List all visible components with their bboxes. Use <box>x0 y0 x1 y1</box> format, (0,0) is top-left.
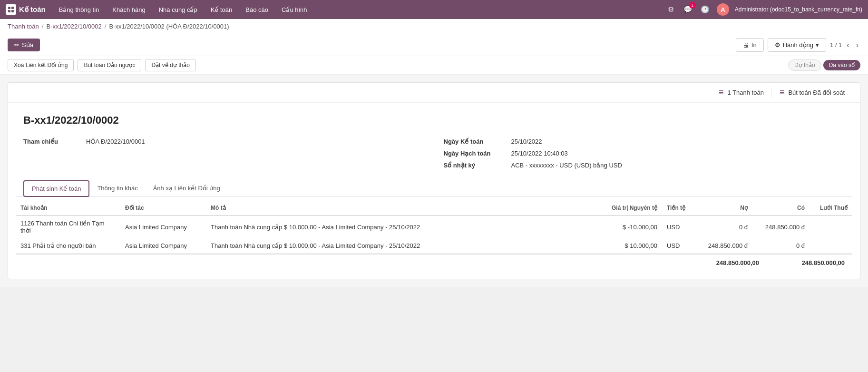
clock-icon[interactable]: 🕐 <box>700 4 711 15</box>
remove-link-button[interactable]: Xoá Liên kết Đối ứng <box>8 59 74 71</box>
main-menu: Bảng thông tin Khách hàng Nhà cung cấp K… <box>53 0 665 19</box>
tab-phat-sinh[interactable]: Phát sinh Kế toán <box>23 180 89 197</box>
cell-partner-1: Asia Limited Company <box>120 238 206 254</box>
main-card: ≡ 1 Thanh toán ≡ Bút toán Đã đối soát B-… <box>8 82 860 279</box>
app-logo-icon <box>6 4 16 15</box>
col-header-tax: Lưới Thuế <box>809 201 852 215</box>
summary-icon-2: ≡ <box>780 88 785 98</box>
table-section: Tài khoản Đối tác Mô tả Giá trị Nguyên t… <box>8 201 860 279</box>
pagination: 1 / 1 ‹ › <box>830 40 860 50</box>
user-label: Administrator (odoo15_to_bank_currency_r… <box>735 6 862 13</box>
form-grid: Tham chiếu HÓA Đ/2022/10/0001 Ngày Kế to… <box>23 138 845 169</box>
journal-label: Sổ nhật ký <box>444 162 506 169</box>
svg-rect-2 <box>8 10 10 12</box>
menu-item-reports[interactable]: Báo cáo <box>240 0 274 19</box>
cell-currency-1: USD <box>662 238 695 254</box>
total-credit-value: 248.850.000,00 <box>802 259 845 266</box>
ref-label: Tham chiếu <box>23 138 80 145</box>
reverse-entry-button[interactable]: Bút toán Đảo ngược <box>78 59 141 71</box>
form-title: B-xx1/2022/10/0002 <box>23 114 845 127</box>
breadcrumb-sep-1: / <box>42 23 44 30</box>
cell-currency-0: USD <box>662 215 695 238</box>
tab-anh-xa[interactable]: Ánh xạ Liên kết Đối ứng <box>146 180 228 196</box>
cell-debit-0: 0 đ <box>695 215 752 238</box>
breadcrumb-sep-2: / <box>105 23 107 30</box>
cell-desc-1: Thanh toán Nhà cung cấp $ 10.000,00 - As… <box>206 238 600 254</box>
col-header-desc: Mô tả <box>206 201 600 215</box>
form-ref-row: Tham chiếu HÓA Đ/2022/10/0001 <box>23 138 425 145</box>
action-label: Hành động <box>783 41 813 49</box>
menu-item-accounting[interactable]: Kế toán <box>205 0 238 19</box>
cell-desc-0: Thanh toán Nhà cung cấp $ 10.000,00 - As… <box>206 215 600 238</box>
total-debit: 248.850.000,00 <box>702 259 759 266</box>
date-value: 25/10/2022 <box>511 138 542 145</box>
action-button[interactable]: ⚙ Hành động ▾ <box>768 38 826 52</box>
print-label: In <box>751 41 757 49</box>
summary-payments[interactable]: ≡ 1 Thanh toán <box>711 88 772 98</box>
topnav-right: ⚙ 💬 1 🕐 A Administrator (odoo15_to_bank_… <box>665 3 862 16</box>
col-header-partner: Đối tác <box>120 201 206 215</box>
post-date-label: Ngày Hạch toán <box>444 150 506 157</box>
notification-icon[interactable]: 💬 1 <box>683 4 694 15</box>
menu-item-suppliers[interactable]: Nhà cung cấp <box>153 0 203 19</box>
form-journal-row: Sổ nhật ký ACB - xxxxxxxx - USD (USD) bằ… <box>444 162 845 169</box>
totals-row: 248.850.000,00 248.850.000,00 <box>16 254 852 271</box>
edit-icon: ✏ <box>14 41 20 49</box>
edit-button[interactable]: ✏ Sửa <box>8 39 40 51</box>
svg-rect-3 <box>11 10 14 12</box>
cell-amount-0: $ -10.000,00 <box>600 215 662 238</box>
col-header-currency: Tiền tệ <box>662 201 695 215</box>
app-logo[interactable]: Kế toán <box>6 4 46 15</box>
summary-payments-label: 1 Thanh toán <box>728 89 764 96</box>
breadcrumb-root[interactable]: Thanh toán <box>8 23 39 30</box>
form-section: B-xx1/2022/10/0002 Tham chiếu HÓA Đ/2022… <box>8 103 860 180</box>
form-right: Ngày Kế toán 25/10/2022 Ngày Hạch toán 2… <box>444 138 845 169</box>
cell-account-1: 331 Phải trả cho người bán <box>16 238 120 254</box>
gear-icon: ⚙ <box>775 41 780 49</box>
cell-debit-1: 248.850.000 đ <box>695 238 752 254</box>
menu-item-config[interactable]: Cấu hình <box>276 0 313 19</box>
pagination-next[interactable]: › <box>854 40 860 50</box>
cell-amount-1: $ 10.000,00 <box>600 238 662 254</box>
toolbar: ✏ Sửa 🖨 In ⚙ Hành động ▾ 1 / 1 ‹ › <box>0 34 868 56</box>
summary-icon-1: ≡ <box>719 88 724 98</box>
total-debit-value: 248.850.000,00 <box>716 259 759 266</box>
print-button[interactable]: 🖨 In <box>736 38 764 52</box>
menu-item-dashboard[interactable]: Bảng thông tin <box>53 0 105 19</box>
top-navigation: Kế toán Bảng thông tin Khách hàng Nhà cu… <box>0 0 868 19</box>
summary-bar: ≡ 1 Thanh toán ≡ Bút toán Đã đối soát <box>8 83 860 103</box>
svg-rect-0 <box>8 7 10 9</box>
pagination-prev[interactable]: ‹ <box>845 40 851 50</box>
summary-entries[interactable]: ≡ Bút toán Đã đối soát <box>772 88 852 98</box>
form-left: Tham chiếu HÓA Đ/2022/10/0001 <box>23 138 425 169</box>
table-header-row: Tài khoản Đối tác Mô tả Giá trị Nguyên t… <box>16 201 852 215</box>
main-content: ≡ 1 Thanh toán ≡ Bút toán Đã đối soát B-… <box>0 75 868 287</box>
status-posted[interactable]: Đã vào sổ <box>823 60 860 70</box>
settings-icon[interactable]: ⚙ <box>665 4 677 15</box>
tab-thong-tin[interactable]: Thông tin khác <box>89 180 145 196</box>
post-date-value: 25/10/2022 10:40:03 <box>511 150 568 157</box>
col-header-amount: Giá trị Nguyên tệ <box>600 201 662 215</box>
breadcrumb: Thanh toán / B-xx1/2022/10/0002 / B-xx1/… <box>0 19 868 34</box>
ref-value: HÓA Đ/2022/10/0001 <box>86 138 145 145</box>
cell-credit-0: 248.850.000 đ <box>752 215 809 238</box>
menu-item-customers[interactable]: Khách hàng <box>107 0 151 19</box>
action-bar: Xoá Liên kết Đối ứng Bút toán Đảo ngược … <box>0 56 868 75</box>
total-credit: 248.850.000,00 <box>788 259 845 266</box>
cell-tax-1 <box>809 238 852 254</box>
pagination-info: 1 / 1 <box>830 41 842 49</box>
table-row: 331 Phải trả cho người bán Asia Limited … <box>16 238 852 254</box>
reset-draft-button[interactable]: Đặt về dự thảo <box>145 59 195 71</box>
status-draft[interactable]: Dự thảo <box>788 59 821 71</box>
svg-rect-1 <box>11 7 14 9</box>
user-avatar[interactable]: A <box>717 3 729 16</box>
breadcrumb-mid[interactable]: B-xx1/2022/10/0002 <box>46 23 101 30</box>
table-row: 1126 Thanh toán Chi tiền Tạm thời Asia L… <box>16 215 852 238</box>
form-postdate-row: Ngày Hạch toán 25/10/2022 10:40:03 <box>444 150 845 157</box>
print-icon: 🖨 <box>743 41 749 49</box>
col-header-account: Tài khoản <box>16 201 120 215</box>
cell-account-0: 1126 Thanh toán Chi tiền Tạm thời <box>16 215 120 238</box>
app-name: Kế toán <box>19 5 46 14</box>
cell-tax-0 <box>809 215 852 238</box>
date-label: Ngày Kế toán <box>444 138 506 145</box>
